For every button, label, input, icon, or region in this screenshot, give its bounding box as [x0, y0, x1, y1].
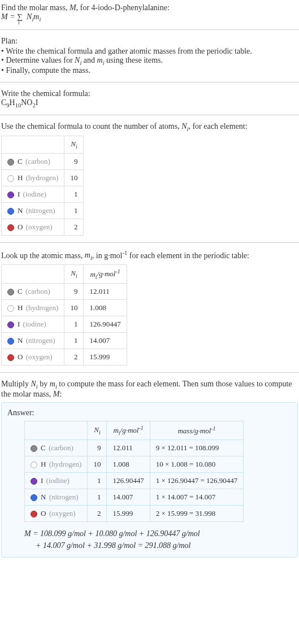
Ni-value: 9	[88, 440, 107, 456]
element-cell: O (oxygen)	[2, 349, 64, 365]
empty-header	[2, 136, 64, 154]
text: C	[1, 98, 6, 107]
table-row: H (hydrogen) 10 1.008 10 × 1.008 = 10.08…	[25, 456, 244, 472]
plan-title: Plan:	[1, 37, 298, 46]
element-symbol: C	[18, 287, 23, 295]
text: Look up the atomic mass,	[1, 251, 85, 259]
element-symbol: C	[41, 443, 46, 452]
element-cell: N (nitrogen)	[2, 202, 64, 219]
element-name: (iodine)	[46, 476, 70, 485]
element-dot-icon	[7, 159, 14, 166]
element-dot-icon	[7, 321, 14, 328]
element-cell: O (oxygen)	[2, 219, 64, 235]
element-symbol: I	[18, 320, 20, 328]
Ni-value: 2	[64, 219, 84, 235]
element-name: (oxygen)	[26, 353, 53, 361]
chem-formula-title: Write the chemical formula:	[1, 89, 298, 98]
mass-value: 10 × 1.008 = 10.080	[150, 456, 244, 472]
intro-line: Find the molar mass, M, for 4-iodo-D-phe…	[1, 3, 298, 12]
element-cell: I (iodine)	[2, 316, 64, 333]
answer-box: Answer: Ni mi/g·mol-1 mass/g·mol-1 C (ca…	[1, 402, 298, 558]
element-name: (oxygen)	[49, 509, 76, 517]
text: O	[27, 98, 32, 107]
count-intro: Use the chemical formula to count the nu…	[1, 122, 298, 132]
element-dot-icon	[31, 494, 37, 501]
text: , for each element:	[188, 122, 247, 130]
element-cell: C (carbon)	[2, 153, 64, 169]
table-row: I (iodine) 1 126.90447	[2, 316, 127, 333]
table-row: I (iodine) 1 126.90447 1 × 126.90447 = 1…	[25, 472, 244, 489]
element-name: (carbon)	[25, 157, 50, 166]
mi-value: 1.008	[84, 300, 127, 316]
element-cell: C (carbon)	[2, 284, 64, 300]
element-name: (iodine)	[23, 320, 46, 328]
text: Multiply	[1, 380, 31, 388]
element-name: (carbon)	[25, 287, 50, 295]
text: -1	[138, 425, 143, 431]
element-dot-icon	[7, 208, 14, 215]
divider	[0, 242, 299, 243]
mass-intro: Look up the atomic mass, mi, in g·mol-1 …	[1, 250, 298, 261]
multiply-intro: Multiply Ni by mi to compute the mass fo…	[1, 380, 298, 399]
mass-header: mass/g·mol-1	[150, 421, 244, 440]
plan-block: Plan: • Write the chemical formula and g…	[0, 33, 299, 79]
element-symbol: H	[18, 173, 23, 182]
element-symbol: I	[41, 476, 43, 485]
element-symbol: N	[18, 206, 23, 215]
element-symbol: N	[18, 336, 23, 345]
element-cell: C (carbon)	[25, 440, 88, 456]
mi-value: 14.007	[107, 489, 150, 505]
element-name: (hydrogen)	[26, 303, 59, 312]
element-cell: O (oxygen)	[25, 505, 88, 521]
element-dot-icon	[7, 192, 14, 198]
text: by	[38, 380, 50, 388]
Ni-value: 10	[88, 456, 107, 472]
element-symbol: I	[18, 190, 20, 198]
mi-value: 12.011	[84, 284, 127, 300]
element-name: (nitrogen)	[26, 206, 55, 215]
empty-header	[25, 421, 88, 440]
element-dot-icon	[7, 224, 14, 231]
multiply-block: Multiply Ni by mi to compute the mass fo…	[0, 376, 299, 561]
mass-block: Look up the atomic mass, mi, in g·mol-1 …	[0, 246, 299, 369]
element-symbol: O	[18, 353, 23, 361]
final-molar-mass: M = 108.099 g/mol + 10.080 g/mol + 126.9…	[24, 528, 292, 551]
Ni-value: 9	[64, 284, 84, 300]
final-line: + 14.007 g/mol + 31.998 g/mol = 291.088 …	[36, 539, 292, 551]
answer-table: Ni mi/g·mol-1 mass/g·mol-1 C (carbon) 9 …	[24, 421, 244, 522]
mi-value: 1.008	[107, 456, 150, 472]
table-header-row: Ni mi/g·mol-1	[2, 265, 127, 284]
mi-header: mi/g·mol-1	[107, 421, 150, 440]
Ni-value: 1	[64, 186, 84, 202]
mass-value: 9 × 12.011 = 108.099	[150, 440, 244, 456]
element-cell: N (nitrogen)	[2, 333, 64, 349]
Ni-value: 1	[88, 472, 107, 489]
text: and	[81, 56, 97, 64]
element-dot-icon	[7, 175, 14, 182]
Ni-value: 1	[88, 489, 107, 505]
element-symbol: C	[18, 157, 23, 166]
element-symbol: N	[41, 493, 46, 501]
final-line: M = 108.099 g/mol + 10.080 g/mol + 126.9…	[24, 528, 292, 539]
text: 10	[15, 102, 21, 108]
Ni-header: Ni	[88, 421, 107, 440]
text: mass/g·mol	[177, 427, 211, 435]
Ni-value: 9	[64, 153, 84, 169]
divider	[0, 82, 299, 82]
element-dot-icon	[31, 462, 37, 468]
table-row: O (oxygen) 2	[2, 219, 84, 235]
element-name: (carbon)	[49, 443, 73, 452]
element-dot-icon	[7, 338, 14, 345]
element-dot-icon	[7, 354, 14, 361]
table-row: O (oxygen) 2 15.999	[2, 349, 127, 365]
mi-value: 15.999	[84, 349, 127, 365]
mass-value: 2 × 15.999 = 31.998	[150, 505, 244, 521]
element-symbol: O	[41, 509, 46, 517]
table-row: H (hydrogen) 10 1.008	[2, 300, 127, 316]
text: -1	[122, 250, 127, 256]
intro-formula: M = ∑i Nimi	[1, 12, 298, 23]
text: :	[59, 390, 62, 398]
table-row: C (carbon) 9 12.011	[2, 284, 127, 300]
table-row: C (carbon) 9 12.011 9 × 12.011 = 108.099	[25, 440, 244, 456]
plan-item: • Write the chemical formula and gather …	[1, 47, 298, 56]
